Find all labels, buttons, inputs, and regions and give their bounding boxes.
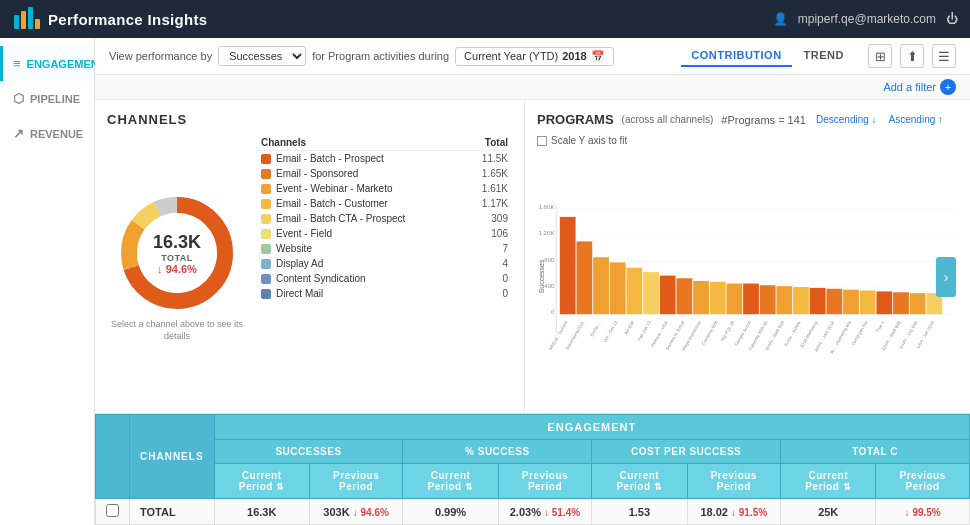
bar[interactable] [576,241,592,314]
bar[interactable] [876,291,892,314]
channel-row[interactable]: Direct Mail 0 [257,286,512,301]
calendar-icon[interactable]: 📅 [591,50,605,63]
bar[interactable] [760,285,776,314]
channel-row[interactable]: Email - Batch - Prospect 11.5K [257,151,512,167]
bar[interactable] [860,291,876,315]
pipeline-icon: ⬡ [13,91,24,106]
sidebar-label-revenue: REVENUE [30,128,83,140]
channel-name-cell: Email - Batch - Prospect [257,151,465,167]
channel-name: Email - Batch - Customer [276,198,388,209]
bar-label: reg-PQL 28 [720,320,736,342]
svg-rect-2 [28,7,33,29]
ascending-btn[interactable]: Ascending ↑ [887,114,945,125]
svg-rect-0 [14,15,19,29]
bar-label: Comp gen Ata [850,320,868,347]
bar[interactable] [776,286,792,314]
programs-count: #Programs = 141 [721,114,806,126]
th-cost-curr: Current Period ⇅ [592,464,687,499]
row-checkbox[interactable] [106,504,119,517]
th-tc-curr: Current Period ⇅ [781,464,876,499]
bar[interactable] [660,276,676,315]
settings-icon[interactable]: ☰ [932,44,956,68]
channel-name-cell: Email - Batch CTA - Prospect [257,211,465,226]
svg-text:1.20K: 1.20K [539,229,556,236]
table-row-total: TOTAL 16.3K 303K ↓ 94.6% 0.99% 2.03% ↓ 5… [96,499,970,525]
logout-icon[interactable]: ⏻ [946,12,958,26]
bottom-table: CHANNELS ENGAGEMENT SUCCESSES % SUCCESS … [95,414,970,525]
bar[interactable] [826,289,842,314]
channels-title: CHANNELS [107,112,512,127]
bar[interactable] [726,284,742,315]
sidebar-item-pipeline[interactable]: ⬡ PIPELINE [0,81,94,116]
bar[interactable] [843,290,859,315]
bar[interactable] [643,272,659,314]
year-label: 2018 [562,50,586,62]
sidebar-item-engagement[interactable]: ≡ ENGAGEMENT [0,46,94,81]
sort-icon-4[interactable]: ⇅ [843,482,852,492]
pct-arrow: ↓ 51.4% [544,507,580,518]
channel-row[interactable]: Email - Batch CTA - Prospect 309 [257,211,512,226]
bar[interactable] [610,262,626,314]
grid-icon[interactable]: ⊞ [868,44,892,68]
th-total-c: TOTAL C [781,440,970,464]
channel-row[interactable]: Event - Webinar - Marketo 1.61K [257,181,512,196]
sort-icon-2[interactable]: ⇅ [465,482,474,492]
bar-label: EmSc - ADWA [783,320,802,347]
channel-row[interactable]: Event - Field 106 [257,226,512,241]
add-filter-icon[interactable]: + [940,79,956,95]
bar-chart-container: Successes 1.60K 1.20K 800 400 0 [537,152,958,401]
tab-group: CONTRIBUTION TREND [681,45,854,67]
channel-row[interactable]: Content Syndication 0 [257,271,512,286]
th-channels: CHANNELS [130,415,215,499]
scale-btn[interactable]: Scale Y axis to fit [537,135,627,146]
channel-name-cell: Direct Mail [257,286,465,301]
bar[interactable] [676,278,692,314]
bar[interactable] [810,288,826,314]
period-badge[interactable]: Current Year (YTD) 2018 📅 [455,47,614,66]
bar-label: Stockholmp2021 [565,320,586,351]
tab-trend[interactable]: TREND [794,45,854,67]
bar[interactable] [793,287,809,314]
channel-row[interactable]: Email - Batch - Customer 1.17K [257,196,512,211]
revenue-icon: ↗ [13,126,24,141]
donut-total-label: TOTAL [153,253,201,263]
channel-value: 0 [465,286,512,301]
next-page-btn[interactable]: › [936,257,956,297]
successes-select[interactable]: Successes [218,46,306,66]
bar-label: JW-B28 [623,320,635,336]
bar[interactable] [893,292,909,314]
tab-contribution[interactable]: CONTRIBUTION [681,45,791,67]
programs-panel: PROGRAMS (across all channels) #Programs… [525,100,970,413]
sort-icon-3[interactable]: ⇅ [654,482,663,492]
add-filter-label[interactable]: Add a filter [883,81,936,93]
bar[interactable] [626,268,642,314]
bar[interactable] [910,293,926,314]
donut-container: 16.3K TOTAL ↓ 94.6% Select a channel abo… [107,135,247,401]
svg-text:0: 0 [551,308,555,315]
scale-label: Scale Y axis to fit [551,135,627,146]
scale-checkbox[interactable] [537,136,547,146]
channel-value: 106 [465,226,512,241]
channel-row[interactable]: Website 7 [257,241,512,256]
sidebar-label-engagement: ENGAGEMENT [27,58,106,70]
th-tc-prev: Previous Period [876,464,970,499]
channel-name: Email - Sponsored [276,168,358,179]
th-successes: SUCCESSES [214,440,403,464]
checkbox-cell[interactable] [96,499,130,525]
bar[interactable] [593,257,609,314]
sort-icon-1[interactable]: ⇅ [276,482,285,492]
bar[interactable] [710,282,726,314]
tc-arrow: ↓ 99.5% [905,507,941,518]
svg-text:1.60K: 1.60K [539,203,556,210]
bar[interactable] [693,281,709,314]
view-label: View performance by [109,50,212,62]
channel-row[interactable]: Display Ad 4 [257,256,512,271]
donut-wrapper: 16.3K TOTAL ↓ 94.6% [117,193,237,313]
channel-row[interactable]: Email - Sponsored 1.65K [257,166,512,181]
bar-label: Release - USA [650,320,669,348]
descending-btn[interactable]: Descending ↓ [814,114,879,125]
share-icon[interactable]: ⬆ [900,44,924,68]
bar[interactable] [743,284,759,315]
sidebar-item-revenue[interactable]: ↗ REVENUE [0,116,94,151]
bar[interactable] [560,217,576,314]
